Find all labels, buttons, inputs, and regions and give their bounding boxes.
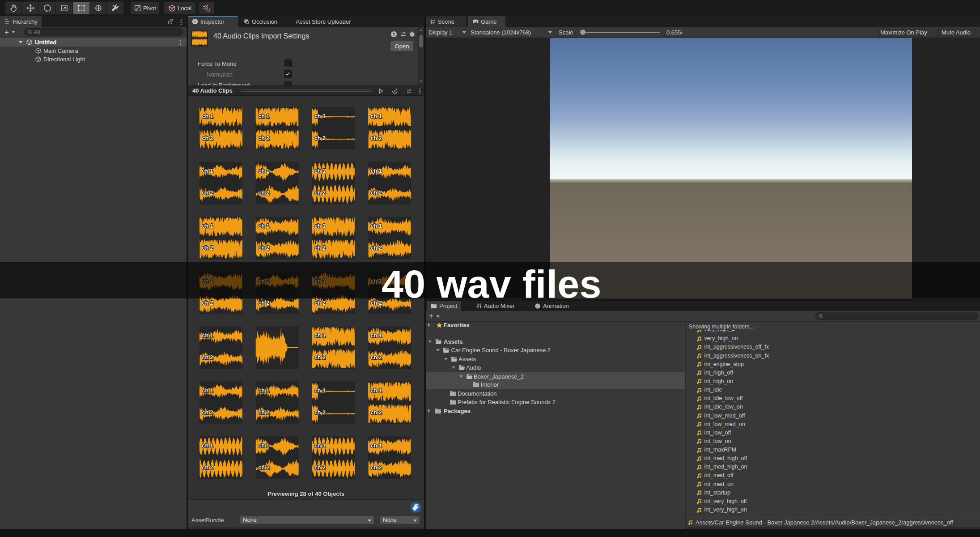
svg-text:ch 2: ch 2 — [258, 190, 269, 196]
svg-text:ch 2: ch 2 — [371, 354, 382, 361]
svg-text:ch 1: ch 1 — [202, 332, 213, 339]
svg-text:ch 2: ch 2 — [258, 465, 269, 471]
svg-text:ch 2: ch 2 — [258, 409, 269, 416]
svg-text:ch 2: ch 2 — [371, 190, 382, 196]
svg-text:ch 1: ch 1 — [202, 388, 213, 394]
svg-text:ch 2: ch 2 — [371, 135, 382, 141]
svg-text:ch 1: ch 1 — [314, 168, 326, 174]
svg-text:ch 1: ch 1 — [258, 223, 269, 229]
svg-text:ch 2: ch 2 — [202, 135, 213, 141]
svg-text:ch 1: ch 1 — [202, 223, 213, 229]
svg-text:ch 2: ch 2 — [258, 245, 269, 251]
svg-text:ch 1: ch 1 — [202, 113, 213, 119]
svg-text:ch 1: ch 1 — [202, 168, 213, 174]
svg-text:ch 2: ch 2 — [202, 354, 213, 361]
svg-text:ch 1: ch 1 — [314, 113, 326, 119]
svg-text:ch 2: ch 2 — [314, 245, 326, 251]
svg-text:ch 2: ch 2 — [371, 300, 382, 306]
svg-text:ch 2: ch 2 — [202, 190, 213, 196]
svg-text:ch 1: ch 1 — [371, 113, 382, 119]
svg-text:ch 2: ch 2 — [202, 465, 213, 471]
svg-text:ch 1: ch 1 — [314, 443, 326, 449]
svg-text:ch 1: ch 1 — [258, 443, 269, 449]
svg-text:ch 2: ch 2 — [202, 245, 213, 251]
svg-text:ch 2: ch 2 — [258, 300, 269, 306]
svg-text:ch 1: ch 1 — [258, 388, 269, 394]
svg-text:ch 1: ch 1 — [371, 388, 382, 394]
svg-text:ch 1: ch 1 — [202, 443, 213, 449]
svg-text:ch 2: ch 2 — [314, 465, 326, 471]
svg-text:ch 2: ch 2 — [314, 300, 326, 306]
svg-text:ch 2: ch 2 — [202, 409, 213, 416]
svg-text:ch 1: ch 1 — [314, 388, 326, 394]
svg-text:ch 1: ch 1 — [314, 332, 326, 339]
svg-text:ch 1: ch 1 — [371, 168, 382, 174]
svg-text:ch 1: ch 1 — [371, 332, 382, 339]
svg-text:ch 2: ch 2 — [371, 465, 382, 471]
svg-text:ch 2: ch 2 — [371, 409, 382, 416]
svg-text:ch 1: ch 1 — [371, 223, 382, 229]
svg-text:ch 1: ch 1 — [371, 443, 382, 449]
svg-text:ch 2: ch 2 — [202, 300, 213, 306]
svg-text:ch 1: ch 1 — [258, 168, 269, 174]
svg-text:ch 2: ch 2 — [314, 354, 326, 361]
svg-text:ch 2: ch 2 — [314, 135, 326, 141]
svg-text:ch 2: ch 2 — [314, 190, 326, 196]
svg-text:ch 1: ch 1 — [314, 223, 326, 229]
svg-text:ch 2: ch 2 — [371, 245, 382, 251]
svg-text:?: ? — [392, 32, 395, 37]
svg-text:ch 2: ch 2 — [258, 135, 269, 141]
svg-text:ch 1: ch 1 — [258, 113, 269, 119]
svg-text:ch 2: ch 2 — [314, 409, 326, 416]
